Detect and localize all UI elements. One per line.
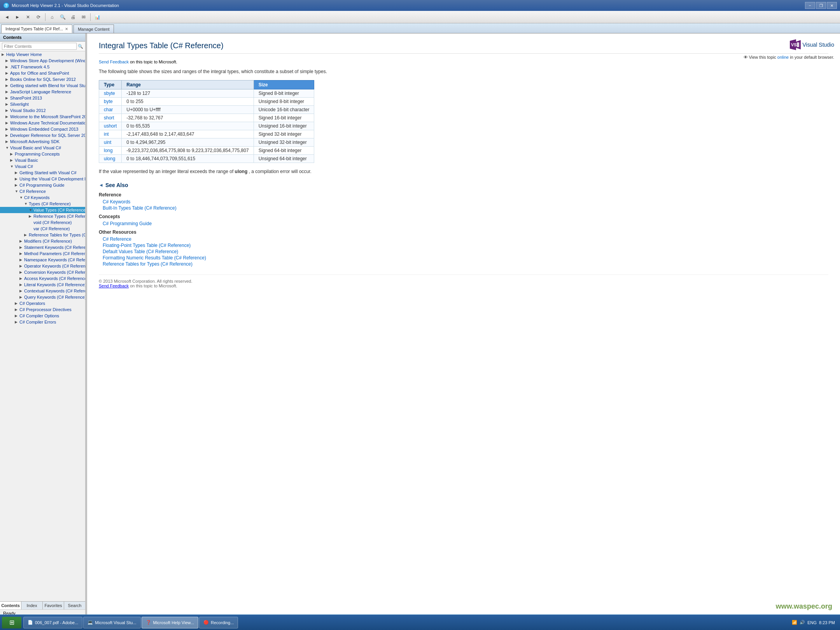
feedback-bar: Send Feedback on this topic to Microsoft… bbox=[99, 60, 828, 64]
see-also-link-csharp-kw[interactable]: C# Keywords bbox=[103, 199, 828, 205]
tree-item-silverlight[interactable]: ▶ Silverlight bbox=[0, 101, 85, 107]
tree-item-statement-kw[interactable]: ▶ Statement Keywords (C# Reference) bbox=[0, 244, 85, 250]
concepts-label: Concepts bbox=[99, 214, 828, 219]
tree-item-javascript[interactable]: ▶ JavaScript Language Reference bbox=[0, 89, 85, 95]
tree-item-apps-office[interactable]: ▶ Apps for Office and SharePoint bbox=[0, 70, 85, 76]
type-link[interactable]: long bbox=[104, 148, 113, 153]
tree-item-vs2012[interactable]: ▶ Visual Studio 2012 bbox=[0, 107, 85, 114]
type-link[interactable]: ulong bbox=[104, 156, 115, 161]
tree-item-welcome-sharepoint[interactable]: ▶ Welcome to the Microsoft SharePoint 20… bbox=[0, 114, 85, 120]
tree-item-namespace-kw[interactable]: ▶ Namespace Keywords (C# Reference) bbox=[0, 257, 85, 263]
tree-item-contextual-kw[interactable]: ▶ Contextual Keywords (C# Reference) bbox=[0, 288, 85, 294]
tree-item-void[interactable]: void (C# Reference) bbox=[0, 219, 85, 226]
tree-item-csharp-keywords[interactable]: ▼ C# Keywords bbox=[0, 194, 85, 201]
close-button[interactable]: ✕ bbox=[827, 2, 837, 9]
tree-arrow: ▶ bbox=[5, 108, 10, 112]
type-link[interactable]: char bbox=[104, 107, 113, 112]
tree-item-csharp-operators[interactable]: ▶ C# Operators bbox=[0, 300, 85, 306]
send-feedback-link[interactable]: Send Feedback bbox=[99, 60, 129, 64]
tab-index[interactable]: Index bbox=[21, 602, 43, 609]
back-button[interactable]: ◄ bbox=[2, 12, 12, 22]
tree-item-blend-vs2012[interactable]: ▶ Getting started with Blend for Visual … bbox=[0, 82, 85, 89]
taskbar-item-adobe[interactable]: 📄 006_007.pdf - Adobe... bbox=[23, 617, 82, 624]
filter-search-icon[interactable]: 🔍 bbox=[78, 44, 83, 49]
sidebar-filter-bar: 🔍 bbox=[0, 42, 85, 51]
tree-item-embedded[interactable]: ▶ Windows Embedded Compact 2013 bbox=[0, 126, 85, 132]
tree-item-vb-csharp[interactable]: ▼ Visual Basic and Visual C# bbox=[0, 145, 85, 151]
tree-item-operator-kw[interactable]: ▶ Operator Keywords (C# Reference) bbox=[0, 263, 85, 269]
tab-search[interactable]: Search bbox=[64, 602, 85, 609]
see-also-link-builtin[interactable]: Built-In Types Table (C# Reference) bbox=[103, 205, 828, 211]
tree-item-value-types[interactable]: ▼ Value Types (C# Reference) bbox=[0, 207, 85, 213]
tab-integral-types[interactable]: Integral Types Table (C# Ref... ✕ bbox=[1, 24, 72, 33]
taskbar-item-help-viewer[interactable]: ❓ Microsoft Help View... bbox=[142, 617, 199, 624]
tree-item-prog-concepts[interactable]: ▶ Programming Concepts bbox=[0, 151, 85, 157]
see-also-link-ref-tables[interactable]: Reference Tables for Types (C# Reference… bbox=[103, 261, 828, 267]
tree-item-csharp-reference[interactable]: ▼ C# Reference bbox=[0, 188, 85, 194]
refresh-button[interactable]: ⟳ bbox=[34, 12, 43, 22]
taskbar-item-vs[interactable]: 💻 Microsoft Visual Stu... bbox=[83, 617, 140, 624]
tree-item-visual-csharp[interactable]: ▼ Visual C# bbox=[0, 163, 85, 170]
tree-item-query-kw[interactable]: ▶ Query Keywords (C# Reference) bbox=[0, 294, 85, 300]
tree-item-conversion-kw[interactable]: ▶ Conversion Keywords (C# Reference) bbox=[0, 269, 85, 275]
tree-item-reference-types[interactable]: ▶ Reference Types (C# Reference) bbox=[0, 213, 85, 219]
filter-input[interactable] bbox=[2, 43, 77, 50]
tab-contents[interactable]: Contents bbox=[0, 602, 21, 609]
type-link[interactable]: ushort bbox=[104, 123, 117, 129]
cell-size: Signed 64-bit integer bbox=[254, 147, 314, 155]
type-link[interactable]: byte bbox=[104, 99, 113, 104]
start-button[interactable]: ⊞ bbox=[2, 617, 21, 624]
tab-manage-content[interactable]: Manage Content bbox=[74, 24, 114, 33]
tree-item-sharepoint2013[interactable]: ▶ SharePoint 2013 bbox=[0, 95, 85, 101]
email-button[interactable]: ✉ bbox=[79, 12, 88, 22]
tab-label-2: Manage Content bbox=[78, 27, 109, 32]
tree-arrow: ▶ bbox=[19, 295, 24, 299]
see-also-link-prog-guide[interactable]: C# Programming Guide bbox=[103, 221, 828, 226]
tree-item-net45[interactable]: ▶ .NET Framework 4.5 bbox=[0, 64, 85, 70]
tree-item-ms-advertising[interactable]: ▶ Microsoft Advertising SDK bbox=[0, 138, 85, 145]
tree-item-compiler-options[interactable]: ▶ C# Compiler Options bbox=[0, 313, 85, 319]
tree-item-modifiers[interactable]: ▶ Modifiers (C# Reference) bbox=[0, 238, 85, 244]
volume-icon: 🔊 bbox=[800, 620, 805, 624]
type-link[interactable]: sbyte bbox=[104, 91, 115, 96]
see-also-link-default[interactable]: Default Values Table (C# Reference) bbox=[103, 249, 828, 254]
tab-favorites[interactable]: Favorites bbox=[43, 602, 64, 609]
restore-button[interactable]: ❐ bbox=[816, 2, 826, 9]
tree-item-ref-tables[interactable]: ▶ Reference Tables for Types (C# Referen… bbox=[0, 232, 85, 238]
tree-item-azure[interactable]: ▶ Windows Azure Technical Documentation … bbox=[0, 120, 85, 126]
tree-item-types[interactable]: ▼ Types (C# Reference) bbox=[0, 201, 85, 207]
home-button[interactable]: ⌂ bbox=[47, 12, 57, 22]
tree-item-windows-store[interactable]: ▶ Windows Store App Development (Windows… bbox=[0, 58, 85, 64]
see-also-link-float[interactable]: Floating-Point Types Table (C# Reference… bbox=[103, 243, 828, 248]
tree-item-preprocessor[interactable]: ▶ C# Preprocessor Directives bbox=[0, 306, 85, 313]
minimize-button[interactable]: − bbox=[805, 2, 815, 9]
tree-item-visual-basic[interactable]: ▶ Visual Basic bbox=[0, 157, 85, 163]
table-row: ushort0 to 65,535Unsigned 16-bit integer bbox=[99, 122, 314, 130]
tab-close-1[interactable]: ✕ bbox=[65, 27, 68, 31]
tree-item-method-params[interactable]: ▶ Method Parameters (C# Reference) bbox=[0, 250, 85, 257]
search-button[interactable]: 🔍 bbox=[58, 12, 67, 22]
cell-size: Signed 32-bit integer bbox=[254, 130, 314, 138]
tree-item-books-sql[interactable]: ▶ Books Online for SQL Server 2012 bbox=[0, 76, 85, 82]
footer-feedback-link[interactable]: Send Feedback bbox=[99, 284, 129, 288]
tree-item-help-viewer-home[interactable]: ▶ Help Viewer Home bbox=[0, 51, 85, 58]
forward-button[interactable]: ► bbox=[13, 12, 22, 22]
see-also-link-formatting[interactable]: Formatting Numeric Results Table (C# Ref… bbox=[103, 255, 828, 261]
tree-item-dev-env[interactable]: ▶ Using the Visual C# Development Enviro… bbox=[0, 176, 85, 182]
type-link[interactable]: short bbox=[104, 115, 114, 121]
tree-item-var[interactable]: var (C# Reference) bbox=[0, 226, 85, 232]
taskbar-item-recording[interactable]: 🔴 Recording... bbox=[199, 617, 238, 624]
see-also-link-csharp-ref[interactable]: C# Reference bbox=[103, 236, 828, 242]
tree-item-compiler-errors[interactable]: ▶ C# Compiler Errors bbox=[0, 319, 85, 325]
type-link[interactable]: uint bbox=[104, 140, 111, 145]
type-link[interactable]: int bbox=[104, 131, 109, 137]
stop-button[interactable]: ✕ bbox=[23, 12, 33, 22]
tree-item-literal-kw[interactable]: ▶ Literal Keywords (C# Reference) bbox=[0, 282, 85, 288]
print-button[interactable]: 🖨 bbox=[68, 12, 78, 22]
tree-item-access-kw[interactable]: ▶ Access Keywords (C# Reference) bbox=[0, 275, 85, 282]
view-online-link[interactable]: online bbox=[777, 55, 789, 60]
chart-button[interactable]: 📊 bbox=[93, 12, 102, 22]
tree-item-dev-sql[interactable]: ▶ Developer Reference for SQL Server 201… bbox=[0, 132, 85, 138]
tree-item-getting-started-csharp[interactable]: ▶ Getting Started with Visual C# bbox=[0, 170, 85, 176]
tree-item-programming-guide[interactable]: ▶ C# Programming Guide bbox=[0, 182, 85, 188]
